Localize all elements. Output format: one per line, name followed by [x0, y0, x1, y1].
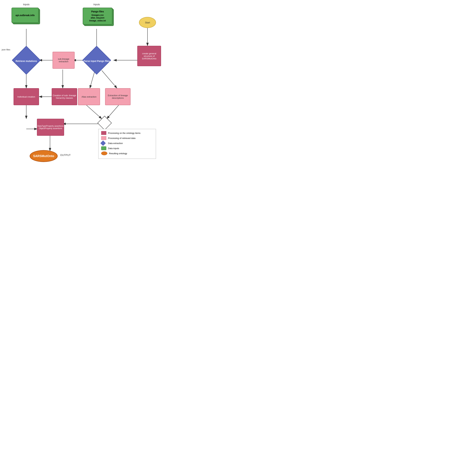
retrieve-mutations-label: Retrieve mutations: [12, 52, 40, 69]
legend-swatch-doc: [101, 146, 106, 150]
output-label: OUTPUT: [60, 153, 71, 156]
sub-lineage-extraction-box: sub-lineage extraction: [52, 52, 75, 69]
legend-swatch-light: [101, 136, 106, 140]
inputs-label-right: Inputs: [83, 3, 110, 6]
inputs-label-left: Inputs: [13, 3, 40, 6]
create-general-box: create general structure of SARSMutOnto: [137, 46, 161, 66]
diagram-container: Inputs Inputs api.outbreak.info Pango fi…: [0, 0, 186, 187]
svg-line-9: [90, 70, 95, 88]
legend-label-ellipse: Resulting ontology: [109, 152, 127, 155]
legend-item-doc: Data inputs: [101, 146, 153, 150]
parse-pango-label: Parse input Pango files: [82, 52, 111, 69]
legend-swatch-diamond: [100, 140, 106, 146]
svg-line-10: [102, 70, 117, 88]
legend-label-light: Processing of retrieved data: [108, 137, 135, 139]
creation-sublineage-box: Creation of sub- lineage hierarchy class…: [52, 88, 77, 105]
legend: Processing on the ontology items Process…: [98, 129, 156, 159]
legend-swatch-dark: [101, 131, 106, 135]
extraction-lineage-box: Extraction of lineage descriptions: [105, 88, 131, 105]
merge-diamond: [98, 116, 112, 130]
legend-item-diamond: Data extraction: [101, 141, 153, 145]
svg-line-12: [86, 105, 102, 119]
legend-item-dark: Processing on the ontology items: [101, 131, 153, 135]
sarsmutonto-ellipse: SARSMutOnto: [30, 150, 58, 162]
legend-swatch-ellipse: [101, 152, 107, 155]
start-ellipse: Start: [139, 17, 156, 28]
svg-line-13: [107, 105, 119, 119]
individual-creation-box: Individual creation: [14, 88, 39, 105]
legend-label-dark: Processing on the ontology items: [108, 132, 141, 134]
api-doc-label: api.outbreak.info: [12, 8, 39, 23]
datatype-property-box: DataTypeProperty assertions ObjectProper…: [37, 119, 64, 136]
json-files-label: json files: [2, 48, 10, 51]
legend-label-diamond: Data extraction: [108, 142, 123, 145]
legend-label-doc: Data inputs: [108, 147, 119, 150]
pango-title: Pango files: [91, 10, 104, 13]
pango-doc-label: Pango files lineages.csv alias_key.json …: [83, 8, 112, 25]
alias-extraction-box: Alias extraction: [78, 88, 100, 105]
legend-item-light: Processing of retrieved data: [101, 136, 153, 140]
pango-subtitle: lineages.csv alias_key.json lineage_note…: [89, 14, 106, 22]
legend-item-ellipse: Resulting ontology: [101, 152, 153, 155]
